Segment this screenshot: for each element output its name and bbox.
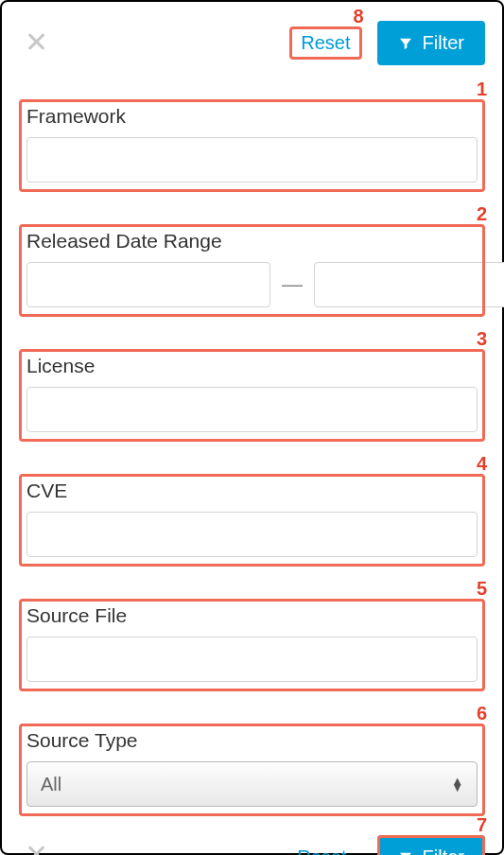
chevron-updown-icon: ▲▼ — [451, 777, 463, 791]
source-file-label: Source File — [26, 604, 478, 627]
license-label: License — [26, 355, 478, 377]
license-input[interactable] — [26, 387, 478, 432]
source-file-input[interactable] — [26, 637, 478, 682]
framework-input[interactable] — [26, 137, 478, 183]
released-from-input[interactable] — [26, 262, 270, 307]
framework-group: 1 Framework — [19, 99, 485, 192]
released-date-label: Released Date Range — [26, 230, 478, 253]
footer-row: ✕ Reset Filter 7 — [19, 835, 485, 855]
source-file-group: 5 Source File — [19, 599, 485, 691]
date-separator: — — [282, 272, 303, 297]
annotation-number-7: 7 — [477, 814, 487, 836]
close-icon-bottom[interactable]: ✕ — [25, 841, 48, 855]
annotation-number-6: 6 — [477, 703, 487, 724]
annotation-number-2: 2 — [477, 203, 487, 225]
filter-button-bottom-label: Filter — [423, 846, 464, 855]
filter-button-top[interactable]: Filter — [377, 21, 485, 65]
annotation-number-8: 8 — [353, 6, 363, 27]
filter-button-bottom[interactable]: Filter — [377, 835, 485, 855]
cve-label: CVE — [26, 480, 478, 502]
source-type-selected-value: All — [41, 774, 451, 795]
annotation-number-4: 4 — [477, 453, 487, 475]
filter-button-top-label: Filter — [423, 32, 464, 54]
source-type-group: 6 Source Type All ▲▼ — [19, 724, 485, 816]
reset-button-bottom[interactable]: Reset — [286, 841, 357, 855]
annotation-number-3: 3 — [477, 328, 487, 350]
cve-group: 4 CVE — [19, 474, 485, 567]
date-range-row: — — [26, 262, 478, 307]
source-type-select[interactable]: All ▲▼ — [26, 761, 478, 807]
annotation-number-1: 1 — [477, 79, 487, 100]
released-date-group: 2 Released Date Range — — [19, 224, 485, 317]
source-type-label: Source Type — [26, 729, 478, 752]
close-icon[interactable]: ✕ — [25, 28, 48, 57]
filter-panel: ✕ Reset 8 Filter 1 Framework 2 Released … — [0, 0, 504, 855]
reset-button-top[interactable]: Reset — [289, 26, 361, 60]
funnel-icon — [398, 36, 413, 51]
released-to-input[interactable] — [314, 262, 504, 307]
funnel-icon — [398, 850, 413, 856]
annotation-number-5: 5 — [477, 578, 487, 600]
framework-label: Framework — [26, 105, 478, 128]
cve-input[interactable] — [26, 512, 478, 557]
license-group: 3 License — [19, 349, 485, 442]
header-row: ✕ Reset 8 Filter — [19, 21, 485, 65]
